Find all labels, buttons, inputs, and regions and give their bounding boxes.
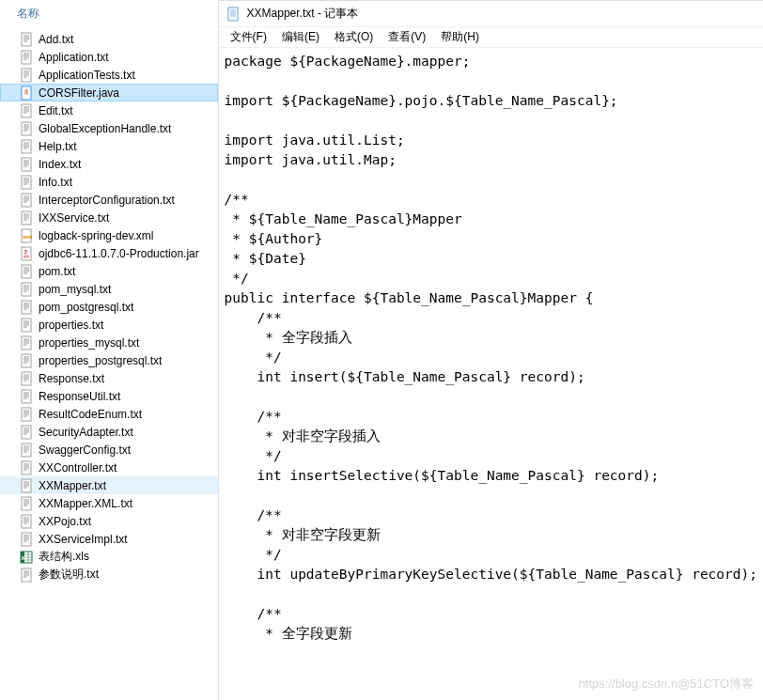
- file-item[interactable]: SwaggerConfig.txt: [0, 441, 218, 459]
- notepad-icon: [226, 7, 241, 22]
- txt-file-icon: [19, 568, 34, 583]
- file-item[interactable]: pom.txt: [0, 262, 218, 280]
- txt-file-icon: [19, 371, 34, 386]
- txt-file-icon: [19, 353, 34, 368]
- java-file-icon: [19, 86, 34, 101]
- file-item[interactable]: InterceptorConfiguration.txt: [0, 191, 218, 209]
- menu-item[interactable]: 格式(O): [327, 27, 381, 47]
- file-label: 参数说明.txt: [39, 567, 99, 583]
- file-list: Add.txtApplication.txtApplicationTests.t…: [0, 28, 218, 585]
- txt-file-icon: [19, 300, 34, 315]
- txt-file-icon: [19, 32, 34, 47]
- file-label: ApplicationTests.txt: [39, 69, 135, 82]
- file-item[interactable]: XXController.txt: [0, 459, 218, 476]
- file-label: 表结构.xls: [39, 549, 89, 565]
- file-item[interactable]: Add.txt: [0, 30, 218, 48]
- file-item[interactable]: Edit.txt: [0, 101, 218, 119]
- txt-file-icon: [19, 335, 34, 350]
- txt-file-icon: [19, 532, 34, 547]
- file-label: Response.txt: [39, 372, 104, 385]
- notepad-window: XXMapper.txt - 记事本 文件(F)编辑(E)格式(O)查看(V)帮…: [219, 0, 763, 700]
- file-item[interactable]: Info.txt: [0, 173, 218, 191]
- file-item[interactable]: Index.txt: [0, 155, 218, 173]
- svg-text:xml: xml: [23, 234, 33, 240]
- txt-file-icon: [19, 210, 34, 226]
- file-item[interactable]: ResponseUtil.txt: [0, 387, 218, 405]
- txt-file-icon: [19, 264, 34, 279]
- file-item[interactable]: Application.txt: [0, 48, 218, 66]
- jar-file-icon: [19, 246, 34, 261]
- file-label: Help.txt: [39, 140, 77, 153]
- file-explorer-panel: 名称 Add.txtApplication.txtApplicationTest…: [0, 0, 219, 700]
- notepad-title-bar: XXMapper.txt - 记事本: [219, 1, 763, 27]
- txt-file-icon: [19, 425, 34, 440]
- txt-file-icon: [19, 193, 34, 208]
- txt-file-icon: [19, 282, 34, 297]
- file-item[interactable]: XXServiceImpl.txt: [0, 530, 218, 548]
- menu-item[interactable]: 文件(F): [223, 27, 274, 47]
- file-item[interactable]: XXPojo.txt: [0, 512, 218, 530]
- file-item[interactable]: properties.txt: [0, 316, 218, 334]
- file-label: pom_postgresql.txt: [39, 301, 133, 314]
- file-item[interactable]: pom_postgresql.txt: [0, 298, 218, 316]
- txt-file-icon: [19, 121, 34, 136]
- txt-file-icon: [19, 50, 34, 65]
- file-label: InterceptorConfiguration.txt: [39, 194, 175, 207]
- file-label: Add.txt: [39, 33, 73, 46]
- file-label: Index.txt: [39, 158, 81, 171]
- file-item[interactable]: XXMapper.XML.txt: [0, 494, 218, 512]
- xls-file-icon: X: [19, 550, 34, 565]
- txt-file-icon: [19, 443, 34, 458]
- txt-file-icon: [19, 478, 34, 493]
- file-label: properties.txt: [39, 319, 103, 332]
- notepad-title: XXMapper.txt - 记事本: [247, 6, 359, 22]
- file-label: Edit.txt: [39, 104, 73, 117]
- file-item[interactable]: properties_postgresql.txt: [0, 351, 218, 369]
- file-label: ojdbc6-11.1.0.7.0-Production.jar: [39, 247, 199, 260]
- column-header-name[interactable]: 名称: [0, 0, 218, 28]
- file-label: SecurityAdapter.txt: [39, 426, 133, 439]
- menu-item[interactable]: 查看(V): [381, 27, 433, 47]
- file-item[interactable]: XXMapper.txt: [0, 476, 218, 494]
- notepad-menu-bar: 文件(F)编辑(E)格式(O)查看(V)帮助(H): [219, 27, 763, 48]
- file-item[interactable]: IXXService.txt: [0, 209, 218, 226]
- file-item[interactable]: ApplicationTests.txt: [0, 66, 218, 84]
- svg-rect-53: [22, 247, 31, 260]
- file-item[interactable]: 参数说明.txt: [0, 566, 218, 583]
- file-item[interactable]: ResultCodeEnum.txt: [0, 405, 218, 423]
- file-label: XXMapper.XML.txt: [39, 497, 132, 510]
- file-item[interactable]: Response.txt: [0, 369, 218, 387]
- file-item[interactable]: SecurityAdapter.txt: [0, 423, 218, 441]
- notepad-text-area[interactable]: package ${PackageName}.mapper; import ${…: [219, 48, 763, 700]
- file-item[interactable]: CORSFilter.java: [0, 84, 218, 101]
- file-label: pom.txt: [39, 265, 75, 278]
- file-item[interactable]: xmllogback-spring-dev.xml: [0, 226, 218, 244]
- file-label: logback-spring-dev.xml: [39, 229, 154, 242]
- txt-file-icon: [19, 496, 34, 511]
- txt-file-icon: [19, 389, 34, 404]
- file-item[interactable]: Help.txt: [0, 137, 218, 155]
- txt-file-icon: [19, 103, 34, 118]
- file-label: GlobalExceptionHandle.txt: [39, 122, 171, 135]
- xml-file-icon: xml: [19, 228, 34, 243]
- file-item[interactable]: GlobalExceptionHandle.txt: [0, 119, 218, 137]
- file-label: SwaggerConfig.txt: [39, 443, 131, 457]
- file-item[interactable]: pom_mysql.txt: [0, 280, 218, 298]
- file-label: Application.txt: [39, 51, 109, 64]
- file-label: ResultCodeEnum.txt: [39, 408, 142, 421]
- txt-file-icon: [19, 157, 34, 172]
- file-label: IXXService.txt: [39, 211, 109, 225]
- file-item[interactable]: ojdbc6-11.1.0.7.0-Production.jar: [0, 244, 218, 262]
- txt-file-icon: [19, 407, 34, 422]
- txt-file-icon: [19, 139, 34, 154]
- menu-item[interactable]: 帮助(H): [433, 27, 487, 47]
- menu-item[interactable]: 编辑(E): [274, 27, 327, 47]
- file-label: ResponseUtil.txt: [39, 390, 120, 403]
- file-label: XXMapper.txt: [39, 479, 106, 492]
- file-label: properties_mysql.txt: [39, 336, 139, 350]
- file-item[interactable]: X表结构.xls: [0, 548, 218, 566]
- file-item[interactable]: properties_mysql.txt: [0, 334, 218, 351]
- file-label: properties_postgresql.txt: [39, 354, 162, 367]
- file-label: Info.txt: [39, 176, 72, 189]
- file-label: pom_mysql.txt: [39, 283, 111, 296]
